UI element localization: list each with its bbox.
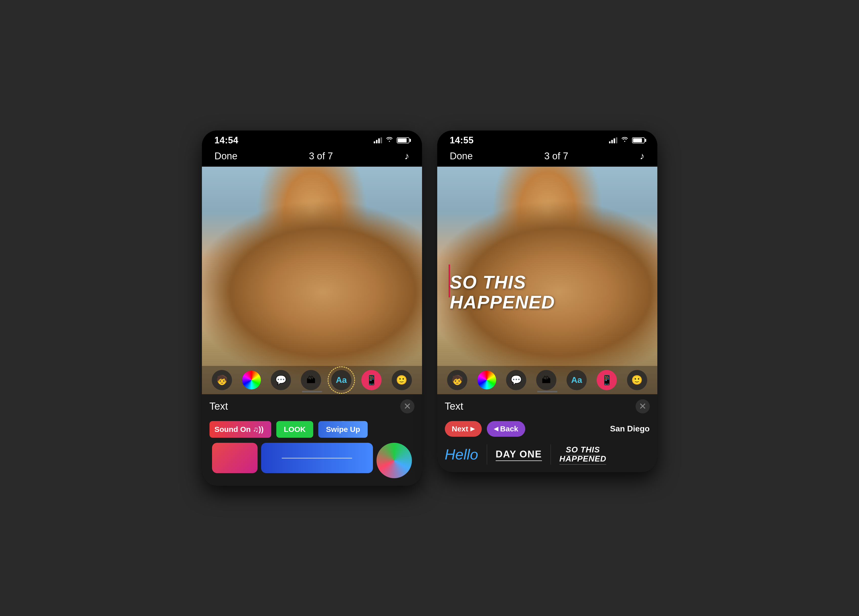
right-panel-header: Text ✕ [445, 399, 650, 413]
left-sound-on-label: Sound On ♫)) [214, 425, 264, 434]
left-tool-aa[interactable]: Aa [331, 370, 351, 390]
right-tool-memoji[interactable]: 🧒 [447, 370, 467, 390]
left-wifi-icon [386, 136, 393, 144]
left-battery-icon [397, 137, 409, 143]
right-close-button[interactable]: ✕ [636, 399, 650, 413]
right-tool-emoji[interactable]: 🙂 [627, 370, 647, 390]
left-close-button[interactable]: ✕ [400, 399, 414, 413]
right-tool-photo[interactable]: 🏔 [536, 370, 556, 390]
right-overlay-line2: HAPPENED [450, 292, 555, 312]
left-sticker-look[interactable]: LOOK [276, 421, 314, 438]
right-back-button[interactable]: Back [487, 421, 526, 437]
left-panel-header: Text ✕ [209, 399, 414, 413]
right-location-label: San Diego [610, 424, 650, 434]
left-nav-bar: Done 3 of 7 ♪ [202, 148, 422, 167]
left-tool-text-bubble[interactable]: 💬 [271, 370, 291, 390]
right-phone-screen: 14:55 Done 3 o [437, 131, 658, 472]
left-tool-memoji[interactable]: 🧒 [212, 370, 232, 390]
right-status-bar: 14:55 [437, 131, 658, 148]
right-panel-title: Text [445, 401, 463, 412]
right-font-hello-label: Hello [445, 446, 478, 463]
right-toolbar: 🧒 💬 🏔 Aa 📱 🙂 [437, 366, 658, 394]
right-next-label: Next [452, 424, 469, 433]
left-scroll-indicator [302, 391, 322, 392]
right-font-hello[interactable]: Hello [445, 446, 478, 463]
right-photo-area: SO THIS HAPPENED 🧒 💬 🏔 Aa 📱 🙂 [437, 167, 658, 394]
right-font-so-this[interactable]: SO THISHAPPENED [559, 445, 606, 463]
left-swipe-up-label: Swipe Up [326, 425, 360, 434]
right-overlay-text: SO THIS HAPPENED [450, 272, 555, 312]
left-done-button[interactable]: Done [214, 151, 237, 162]
left-suggestion-1[interactable] [212, 443, 258, 473]
right-back-label: Back [500, 424, 519, 433]
left-suggestion-2[interactable]: ────────────── [261, 443, 373, 473]
left-look-label: LOOK [284, 425, 306, 434]
right-bottom-panel: Text ✕ Next Back San Diego Hello [437, 394, 658, 472]
right-scroll-indicator [537, 391, 558, 392]
right-font-day-one-label: DAY ONE [496, 449, 542, 461]
left-toolbar: 🧒 💬 🏔 Aa 📱 🙂 [202, 366, 422, 394]
left-panel-title: Text [209, 401, 228, 412]
right-done-button[interactable]: Done [450, 151, 473, 162]
right-overlay-line1: SO THIS [450, 272, 555, 292]
left-tool-colors[interactable] [242, 371, 261, 390]
left-status-icons [374, 136, 409, 144]
left-suggestion-3[interactable] [376, 443, 412, 478]
left-sticker-swipe-up[interactable]: Swipe Up [318, 421, 368, 438]
left-phone-screen: 14:54 Done 3 o [202, 131, 422, 486]
left-sticker-row: Sound On ♫)) LOOK Swipe Up [209, 421, 414, 438]
right-tool-text-bubble[interactable]: 💬 [506, 370, 526, 390]
right-count-label: 3 of 7 [544, 151, 568, 162]
right-nav-bar: Done 3 of 7 ♪ [437, 148, 658, 167]
left-suggestions: ────────────── [209, 443, 414, 478]
left-time: 14:54 [214, 135, 239, 146]
right-divider-1 [487, 444, 487, 465]
left-music-icon[interactable]: ♪ [405, 151, 409, 162]
right-font-day-one[interactable]: DAY ONE [496, 449, 542, 460]
left-dog-photo [202, 167, 422, 394]
left-bottom-panel: Text ✕ Sound On ♫)) LOOK Swipe Up ──────… [202, 394, 422, 486]
right-tool-aa[interactable]: Aa [567, 370, 587, 390]
right-wifi-icon [621, 136, 628, 144]
left-tool-sticker[interactable]: 📱 [361, 370, 381, 390]
right-signal-icon [609, 137, 617, 143]
right-music-icon[interactable]: ♪ [640, 151, 645, 162]
left-status-bar: 14:54 [202, 131, 422, 148]
left-signal-icon [374, 137, 382, 143]
left-tool-photo[interactable]: 🏔 [301, 370, 321, 390]
right-status-icons [609, 136, 645, 144]
right-font-so-this-label: SO THISHAPPENED [559, 445, 606, 464]
left-count-label: 3 of 7 [309, 151, 333, 162]
left-photo-area: 🧒 💬 🏔 Aa 📱 🙂 [202, 167, 422, 394]
right-next-button[interactable]: Next [445, 421, 482, 437]
right-tool-sticker[interactable]: 📱 [597, 370, 617, 390]
right-font-options: Hello DAY ONE SO THISHAPPENED [445, 444, 650, 465]
right-tool-colors[interactable] [478, 371, 496, 390]
left-tool-aa-wrapper: Aa [331, 370, 351, 390]
right-battery-icon [632, 137, 645, 143]
left-tool-emoji[interactable]: 🙂 [392, 370, 412, 390]
right-autocomplete-row: Next Back San Diego [445, 421, 650, 437]
left-sticker-sound-on[interactable]: Sound On ♫)) [209, 421, 271, 438]
right-time: 14:55 [450, 135, 474, 146]
